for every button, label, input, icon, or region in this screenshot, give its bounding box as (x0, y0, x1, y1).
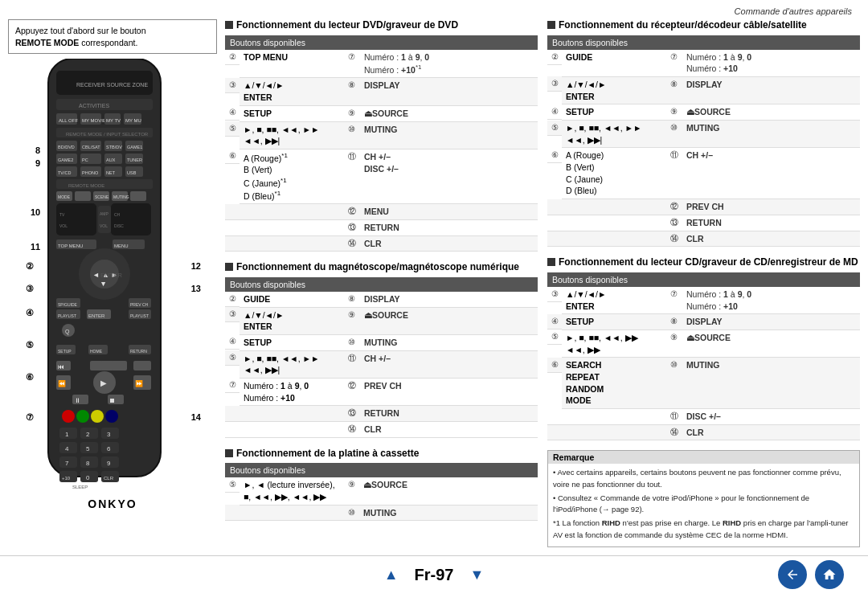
table-row: ⑫ MENU (225, 204, 538, 220)
svg-text:VOL: VOL (100, 223, 108, 228)
vcr-square-icon (225, 263, 233, 271)
svg-rect-49 (56, 203, 96, 235)
cd-section: Fonctionnement du lecteur CD/graveur de … (547, 256, 860, 440)
up-arrow-icon: ▲ (384, 567, 399, 583)
vcr-table: Boutons disponibles ② GUIDE ⑧ DISPLAY ③ … (225, 277, 538, 438)
remote-svg: RECEIVER SOURCE ZONE ACTIVITIES ALL OFF … (24, 59, 185, 493)
table-row: ⑩ MUTING (225, 505, 538, 521)
cable-section: Fonctionnement du récepteur/décodeur câb… (547, 19, 860, 247)
svg-text:▶: ▶ (100, 379, 107, 387)
table-row: ⑪ DISC +/– (547, 409, 860, 425)
svg-text:Q: Q (65, 329, 70, 335)
svg-text:5: 5 (86, 445, 90, 452)
svg-text:1: 1 (65, 431, 69, 438)
svg-text:⏸: ⏸ (74, 397, 80, 404)
table-row: ④ SETUP ⑩ MUTING (225, 334, 538, 350)
remarque-content: • Avec certains appareils, certains bout… (548, 464, 859, 546)
svg-text:NET: NET (106, 170, 116, 175)
down-arrow-icon: ▼ (469, 567, 484, 583)
svg-text:⏹: ⏹ (109, 397, 116, 404)
table-row: ④ SETUP ⑧ DISPLAY (547, 314, 860, 330)
remote-section: Appuyez tout d'abord sur le bouton REMOT… (8, 19, 217, 547)
table-row: ③ ▲/▼/◄/►ENTER ⑧ DISPLAY (225, 78, 538, 105)
svg-text:MY TV: MY TV (106, 118, 121, 123)
svg-text:3: 3 (107, 431, 111, 438)
page-number: Fr-97 (415, 566, 454, 584)
svg-text:PLAYLIST: PLAYLIST (130, 313, 149, 318)
svg-text:PC: PC (82, 158, 88, 162)
table-row: ⑬ RETURN (225, 406, 538, 422)
svg-text:RECEIVER SOURCE ZONE: RECEIVER SOURCE ZONE (76, 82, 148, 88)
cable-header: Boutons disponibles (547, 35, 860, 50)
table-row: ⑭ CLR (225, 235, 538, 252)
cassette-section: Fonctionnement de la platine à cassette … (225, 448, 538, 522)
svg-text:SLEEP: SLEEP (72, 485, 88, 489)
remarque-title: Remarque (548, 451, 859, 464)
dvd-table: Boutons disponibles ② TOP MENU ⑦ Numéro … (225, 35, 538, 252)
table-row: ⑤ ►, ■, ■■, ◄◄, ▶▶◄◄, ▶▶ ⑨ ⏏SOURCE (547, 330, 860, 357)
col-right: Fonctionnement du récepteur/décodeur câb… (547, 19, 860, 547)
svg-text:RETURN: RETURN (130, 349, 147, 354)
svg-text:DISC: DISC (114, 223, 124, 228)
svg-text:ENTER: ENTER (100, 272, 122, 279)
vcr-section: Fonctionnement du magnétoscope/magnétosc… (225, 261, 538, 437)
remarque-item-2: • Consultez « Commande de votre iPod/iPh… (553, 493, 854, 516)
svg-text:ACTIVITIES: ACTIVITIES (79, 103, 109, 108)
table-row: ⑥ A (Rouge)*1B (Vert)C (Jaune)*1D (Bleu)… (225, 149, 538, 203)
dvd-square-icon (225, 21, 233, 29)
svg-text:TV/CD: TV/CD (58, 170, 72, 175)
cassette-header: Boutons disponibles (225, 463, 538, 477)
svg-point-106 (105, 410, 118, 423)
table-row: ⑤ ►, ◄ (lecture inversée),■, ◄◄, ▶▶, ◄◄,… (225, 477, 538, 505)
cassette-table: Boutons disponibles ⑤ ►, ◄ (lecture inve… (225, 463, 538, 521)
svg-text:MUTING: MUTING (113, 194, 129, 199)
svg-text:HOME: HOME (90, 349, 103, 354)
vcr-section-title: Fonctionnement du magnétoscope/magnétosc… (225, 261, 538, 274)
svg-text:USB: USB (127, 170, 137, 175)
table-row: ⑤ ►, ■, ■■, ◄◄, ►►◄◄, ▶▶| ⑪ CH +/– (225, 350, 538, 378)
home-button[interactable] (815, 560, 844, 589)
svg-text:7: 7 (65, 460, 69, 467)
table-row: ③ ▲/▼/◄/►ENTER ⑦ Numéro : 1 à 9, 0Numéro… (547, 287, 860, 314)
vcr-header: Boutons disponibles (225, 277, 538, 292)
svg-text:⏮: ⏮ (58, 363, 64, 370)
label-12: 12 (191, 261, 201, 271)
remote-note-bold: REMOTE MODE (15, 38, 79, 47)
col-left: Fonctionnement du lecteur DVD/graveur de… (225, 19, 538, 547)
label-14: 14 (191, 412, 201, 422)
svg-text:BD/DVD: BD/DVD (58, 145, 75, 149)
table-row: ⑦ Numéro : 1 à 9, 0Numéro : +10 ⑫ PREV C… (225, 378, 538, 405)
table-row: ⑤ ►, ■, ■■, ◄◄, ►►◄◄, ▶▶| ⑩ MUTING (547, 121, 860, 148)
svg-text:2: 2 (86, 431, 90, 438)
svg-rect-92 (133, 361, 151, 370)
svg-text:TUNER: TUNER (127, 158, 142, 162)
svg-text:4: 4 (65, 445, 69, 452)
table-row: ⑤ ►, ■, ■■, ◄◄, ►►◄◄, ▶▶| ⑩ MUTING (225, 121, 538, 149)
brand-logo: ONKYO (24, 497, 201, 510)
svg-text:STB/DV: STB/DV (106, 145, 122, 149)
svg-text:ENTER: ENTER (88, 313, 105, 318)
remarque-item-3: *1 La fonction RIHD n'est pas prise en c… (553, 518, 854, 541)
cd-section-title: Fonctionnement du lecteur CD/graveur de … (547, 256, 860, 269)
remarque-item-1: • Avec certains appareils, certains bout… (553, 467, 854, 490)
cassette-section-title: Fonctionnement de la platine à cassette (225, 448, 538, 460)
svg-text:REMOTE MODE: REMOTE MODE (68, 183, 104, 188)
table-row: ② GUIDE ⑧ DISPLAY (225, 292, 538, 307)
svg-text:MY MOVIE: MY MOVIE (82, 118, 106, 123)
svg-text:MENU: MENU (114, 244, 129, 248)
back-button[interactable] (778, 560, 807, 589)
svg-rect-91 (113, 361, 127, 370)
svg-text:SP/GUIDE: SP/GUIDE (58, 302, 78, 307)
svg-text:6: 6 (107, 445, 111, 452)
svg-text:PLAYLIST: PLAYLIST (58, 313, 76, 318)
svg-text:◄: ◄ (92, 271, 100, 279)
svg-point-103 (62, 410, 75, 423)
page-header: Commande d'autres appareils (0, 0, 868, 19)
table-row: ⑫ PREV CH (547, 199, 860, 215)
svg-text:TOP MENU: TOP MENU (58, 244, 83, 248)
svg-text:GAME2: GAME2 (58, 158, 73, 162)
table-row: ⑥ SEARCHREPEATRANDOMMODE ⑩ MUTING (547, 358, 860, 409)
table-row: ⑥ A (Rouge)B (Vert)C (Jaune)D (Bleu) ⑪ C… (547, 148, 860, 199)
cd-square-icon (547, 258, 555, 266)
remote-note-line1: Appuyez tout d'abord sur le bouton (15, 26, 146, 35)
